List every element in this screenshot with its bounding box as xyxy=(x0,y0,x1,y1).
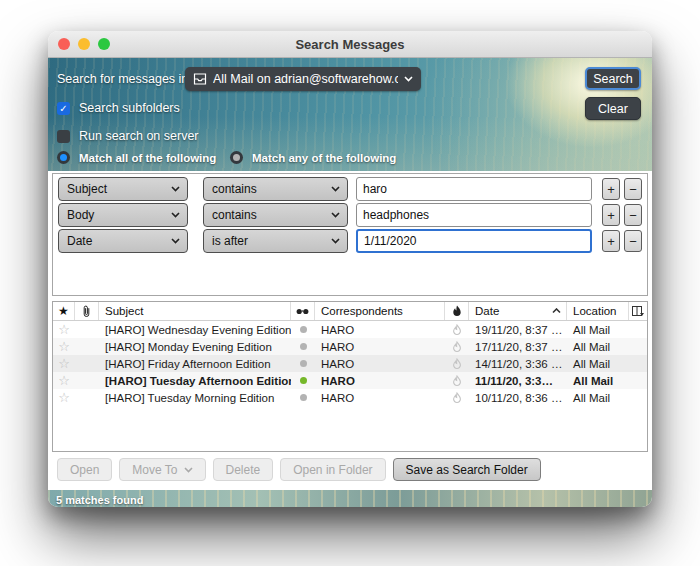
minimize-button[interactable] xyxy=(78,38,90,50)
remove-criteria-button[interactable]: − xyxy=(624,230,642,252)
location-column-header[interactable]: Location xyxy=(567,302,629,320)
read-status-dot[interactable] xyxy=(291,343,315,350)
location-cell: All Mail xyxy=(567,392,629,404)
move-to-button[interactable]: Move To xyxy=(119,458,205,481)
remove-criteria-button[interactable]: − xyxy=(624,178,642,200)
read-status-dot[interactable] xyxy=(291,326,315,333)
junk-flame-icon[interactable] xyxy=(445,375,469,387)
subject-column-header[interactable]: Subject xyxy=(99,302,291,320)
mail-icon xyxy=(193,73,207,85)
subject-cell: [HARO] Friday Afternoon Edition xyxy=(99,358,291,370)
chevron-down-icon xyxy=(331,238,340,244)
correspondents-column-header[interactable]: Correspondents xyxy=(315,302,445,320)
column-picker-button[interactable] xyxy=(629,302,647,320)
add-criteria-button[interactable]: + xyxy=(602,178,620,200)
correspondents-cell: HARO xyxy=(315,392,445,404)
junk-flame-icon[interactable] xyxy=(445,358,469,370)
date-column-header[interactable]: Date xyxy=(469,302,567,320)
match-any-label: Match any of the following xyxy=(252,152,396,164)
field-select[interactable]: Date xyxy=(58,229,188,253)
folder-scope-select[interactable]: All Mail on adrian@softwarehow.com xyxy=(185,67,421,91)
save-as-search-folder-button[interactable]: Save as Search Folder xyxy=(393,458,541,481)
chevron-down-icon xyxy=(331,212,340,218)
junk-flame-icon[interactable] xyxy=(445,392,469,404)
location-cell: All Mail xyxy=(567,324,629,336)
star-outline-icon[interactable]: ☆ xyxy=(58,340,70,353)
close-button[interactable] xyxy=(58,38,70,50)
results-table: ★ Subject Correspondents Date Location xyxy=(52,301,648,452)
search-subfolders-checkbox[interactable]: ✓ Search subfolders xyxy=(57,101,180,115)
glasses-icon xyxy=(296,308,309,315)
action-bar: Open Move To Delete Open in Folder Save … xyxy=(57,458,652,481)
zoom-button[interactable] xyxy=(98,38,110,50)
run-search-on-server-label: Run search on server xyxy=(79,129,199,143)
field-select[interactable]: Subject xyxy=(58,177,188,201)
match-all-radio[interactable]: Match all of the following xyxy=(57,151,216,164)
junk-column-header[interactable] xyxy=(445,302,469,320)
matches-found-status: 5 matches found xyxy=(56,494,143,506)
junk-flame-icon[interactable] xyxy=(445,324,469,336)
criteria-value-input[interactable] xyxy=(356,203,592,227)
scope-label: Search for messages in: xyxy=(57,67,192,91)
field-select[interactable]: Body xyxy=(58,203,188,227)
criteria-value-input[interactable] xyxy=(356,229,592,253)
subject-cell: [HARO] Wednesday Evening Edition - … xyxy=(99,324,291,336)
message-row[interactable]: ☆ [HARO] Tuesday Morning Edition HARO 10… xyxy=(53,389,647,406)
location-cell: All Mail xyxy=(567,341,629,353)
date-cell: 10/11/20, 8:36 … xyxy=(469,392,567,404)
radio-unselected-icon xyxy=(230,151,243,164)
operator-select[interactable]: contains xyxy=(203,177,348,201)
message-row[interactable]: ☆ [HARO] Monday Evening Edition HARO 17/… xyxy=(53,338,647,355)
search-button[interactable]: Search xyxy=(585,67,641,90)
chevron-down-icon xyxy=(171,238,180,244)
run-search-on-server-checkbox[interactable]: Run search on server xyxy=(57,129,199,143)
window-title: Search Messages xyxy=(295,37,404,52)
open-button[interactable]: Open xyxy=(57,458,112,481)
star-outline-icon[interactable]: ☆ xyxy=(58,374,70,387)
chevron-down-icon xyxy=(171,212,180,218)
chevron-down-icon xyxy=(404,76,413,82)
open-in-folder-button[interactable]: Open in Folder xyxy=(280,458,385,481)
checkbox-checked-icon: ✓ xyxy=(57,102,70,115)
criteria-row: Date is after + − xyxy=(58,229,642,253)
starred-column-header[interactable]: ★ xyxy=(53,302,75,320)
subject-cell: [HARO] Tuesday Morning Edition xyxy=(99,392,291,404)
read-status-dot[interactable] xyxy=(291,360,315,367)
criteria-value-input[interactable] xyxy=(356,177,592,201)
chevron-down-icon xyxy=(184,467,193,473)
read-status-dot[interactable] xyxy=(291,394,315,401)
operator-select[interactable]: contains xyxy=(203,203,348,227)
message-row[interactable]: ☆ [HARO] Tuesday Afternoon Edition HARO … xyxy=(53,372,647,389)
sort-ascending-icon xyxy=(552,308,561,314)
clear-button[interactable]: Clear xyxy=(585,97,641,120)
search-subfolders-label: Search subfolders xyxy=(79,101,180,115)
match-all-label: Match all of the following xyxy=(79,152,216,164)
read-column-header[interactable] xyxy=(291,302,315,320)
add-criteria-button[interactable]: + xyxy=(602,204,620,226)
star-icon: ★ xyxy=(58,305,69,317)
message-row[interactable]: ☆ [HARO] Wednesday Evening Edition - … H… xyxy=(53,321,647,338)
criteria-row: Body contains + − xyxy=(58,203,642,227)
star-outline-icon[interactable]: ☆ xyxy=(58,357,70,370)
junk-flame-icon[interactable] xyxy=(445,341,469,353)
search-messages-window: Search Messages Search for messages in: … xyxy=(48,31,652,507)
star-outline-icon[interactable]: ☆ xyxy=(58,391,70,404)
chevron-down-icon xyxy=(331,186,340,192)
remove-criteria-button[interactable]: − xyxy=(624,204,642,226)
paperclip-icon xyxy=(82,305,91,318)
column-picker-icon xyxy=(632,306,644,317)
criteria-panel: Subject contains + − Body contains xyxy=(52,173,648,296)
message-row[interactable]: ☆ [HARO] Friday Afternoon Edition HARO 1… xyxy=(53,355,647,372)
date-cell: 17/11/20, 8:37 … xyxy=(469,341,567,353)
star-outline-icon[interactable]: ☆ xyxy=(58,323,70,336)
operator-select[interactable]: is after xyxy=(203,229,348,253)
titlebar: Search Messages xyxy=(48,31,652,58)
date-cell: 11/11/20, 3:3… xyxy=(469,375,567,387)
match-any-radio[interactable]: Match any of the following xyxy=(230,151,396,164)
unread-status-dot[interactable] xyxy=(291,377,315,384)
location-cell: All Mail xyxy=(567,375,629,387)
correspondents-cell: HARO xyxy=(315,324,445,336)
attachment-column-header[interactable] xyxy=(75,302,99,320)
delete-button[interactable]: Delete xyxy=(213,458,274,481)
add-criteria-button[interactable]: + xyxy=(602,230,620,252)
